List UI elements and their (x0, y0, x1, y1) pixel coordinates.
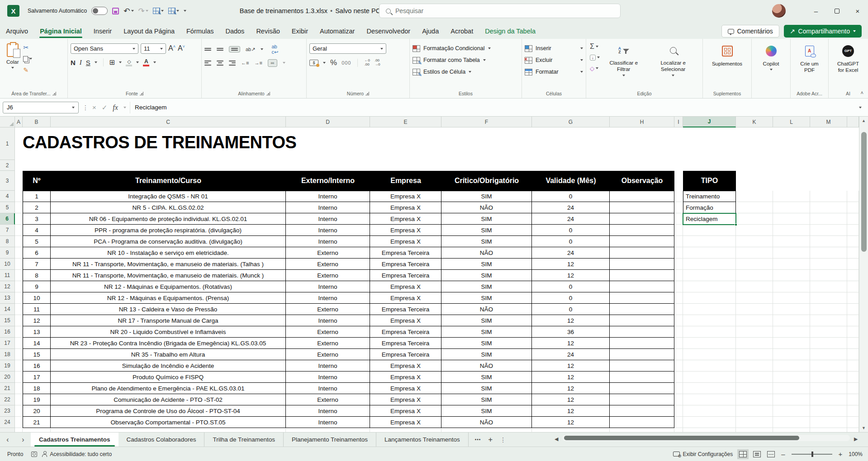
zoom-out-button[interactable]: – (781, 450, 785, 458)
page-layout-view-button[interactable] (753, 451, 761, 457)
cell-D10[interactable]: Externo (286, 259, 370, 270)
cell-H14[interactable] (610, 304, 674, 315)
cell-B14[interactable]: 11 (23, 304, 51, 315)
cell-E20[interactable]: Empresa X (370, 372, 441, 383)
autosave-toggle[interactable] (91, 7, 108, 15)
chatgpt-button[interactable]: GPT ChatGPT for Excel (831, 42, 865, 89)
expand-formula-bar[interactable] (859, 107, 862, 108)
cell-C15[interactable]: NR 17 - Transporte Manual de Carga (51, 315, 286, 326)
cell-H18[interactable] (610, 349, 674, 360)
cell-G12[interactable]: 0 (532, 281, 610, 292)
cell-D22[interactable]: Externo (286, 394, 370, 405)
cell-H10[interactable] (610, 259, 674, 270)
cell-J4[interactable]: Treinamento (683, 191, 736, 202)
cell-F12[interactable]: SIM (441, 281, 532, 292)
cell-D16[interactable]: Externo (286, 326, 370, 338)
cell-H15[interactable] (610, 315, 674, 326)
row-header-partial[interactable] (0, 428, 15, 432)
cell-E18[interactable]: Empresa Terceira (370, 349, 441, 360)
decrease-indent-button[interactable]: ←≡ (241, 60, 249, 66)
cell-G24[interactable]: 12 (532, 417, 610, 428)
copilot-button[interactable]: Copilot (759, 42, 783, 89)
cell-H17[interactable] (610, 338, 674, 349)
cell-E17[interactable]: Empresa Terceira (370, 338, 441, 349)
cell-B11[interactable]: 8 (23, 270, 51, 281)
paste-button[interactable]: Colar (3, 42, 22, 89)
cell-C12[interactable]: NR 12 - Máquinas e Equipamentos. (Rotati… (51, 281, 286, 292)
number-dialog-launcher[interactable] (365, 92, 369, 95)
cell-F21[interactable]: SIM (441, 383, 532, 394)
cell-F10[interactable]: SIM (441, 259, 532, 270)
increase-indent-button[interactable]: →≡ (254, 60, 262, 66)
cell-styles-button[interactable]: Estilos de Célula (413, 66, 519, 78)
underline-button[interactable]: S (86, 59, 90, 66)
cell-F11[interactable]: SIM (441, 270, 532, 281)
col-header-A[interactable]: A (15, 117, 23, 127)
cell-E19[interactable]: Empresa X (370, 360, 441, 372)
search-input[interactable]: Pesquisar (379, 4, 621, 18)
zoom-slider-thumb[interactable] (811, 452, 813, 457)
cell-D24[interactable]: Interno (286, 417, 370, 428)
cell-E9[interactable]: Empresa Terceira (370, 247, 441, 259)
vertical-scrollbar[interactable]: ▲ ▼ (859, 117, 868, 432)
col-header-C[interactable]: C (51, 117, 286, 127)
name-box[interactable]: J6 (3, 102, 79, 113)
close-button[interactable]: × (847, 0, 868, 22)
delete-cells-button[interactable]: Excluir (525, 54, 583, 66)
row-header-13[interactable]: 13 (0, 292, 15, 304)
cell-D15[interactable]: Interno (286, 315, 370, 326)
sheet-nav-next[interactable]: › (15, 433, 31, 447)
cell-E24[interactable]: Empresa X (370, 417, 441, 428)
insert-cells-button[interactable]: Inserir (525, 42, 583, 54)
cell-C23[interactable]: Programa de Controle de Uso do Álcool - … (51, 405, 286, 417)
cell-B18[interactable]: 15 (23, 349, 51, 360)
thousands-button[interactable]: 000 (342, 60, 351, 66)
cell-G22[interactable]: 12 (532, 394, 610, 405)
cell-B24[interactable]: 21 (23, 417, 51, 428)
cell-D9[interactable]: Externo (286, 247, 370, 259)
increase-font-button[interactable]: A˄ (168, 44, 175, 52)
cell-G18[interactable]: 24 (532, 349, 610, 360)
cell-F18[interactable]: SIM (441, 349, 532, 360)
align-top-button[interactable] (204, 48, 211, 51)
cell-H9[interactable] (610, 247, 674, 259)
cell-D20[interactable]: Interno (286, 372, 370, 383)
cell-F22[interactable]: SIM (441, 394, 532, 405)
share-button[interactable]: ↗ Compartilhamento (784, 25, 862, 38)
cell-C14[interactable]: NR 13 - Caldeira e Vaso de Pressão (51, 304, 286, 315)
zoom-slider[interactable] (792, 454, 832, 455)
sort-filter-button[interactable]: AZ Classificar e Filtrar (601, 42, 646, 89)
cell-D13[interactable]: Interno (286, 292, 370, 304)
cell-G16[interactable]: 36 (532, 326, 610, 338)
cell-G8[interactable]: 0 (532, 236, 610, 247)
tab-arquivo[interactable]: Arquivo (0, 24, 34, 39)
cell-E4[interactable]: Empresa X (370, 191, 441, 202)
tab-pagina-inicial[interactable]: Página Inicial (34, 24, 88, 39)
cell-H20[interactable] (610, 372, 674, 383)
align-center-button[interactable] (217, 61, 223, 66)
row-header-23[interactable]: 23 (0, 405, 15, 417)
tab-design-da-tabela[interactable]: Design da Tabela (479, 24, 541, 39)
percent-button[interactable]: % (330, 58, 337, 67)
cell-C16[interactable]: NR 20 - Liquido Combustível e Inflamávei… (51, 326, 286, 338)
cell-B6[interactable]: 3 (23, 213, 51, 225)
col-header-I[interactable]: I (674, 117, 683, 127)
cell-D19[interactable]: Interno (286, 360, 370, 372)
row-header-4[interactable]: 4 (0, 191, 15, 202)
cell-C19[interactable]: Simulação de Incêndio e Acidente (51, 360, 286, 372)
row-header-18[interactable]: 18 (0, 349, 15, 360)
row-header-6[interactable]: 6 (0, 213, 15, 225)
cell-H22[interactable] (610, 394, 674, 405)
conditional-formatting-button[interactable]: Formatação Condicional (413, 42, 519, 54)
increase-decimal-button[interactable]: ←0.00 (364, 59, 370, 67)
font-dialog-launcher[interactable] (140, 92, 143, 95)
cell-C5[interactable]: NR 5 - CIPA. KL.GS.02.02 (51, 202, 286, 213)
maximize-button[interactable] (826, 0, 847, 22)
cell-E15[interactable]: Empresa X (370, 315, 441, 326)
cell-D5[interactable]: Interno (286, 202, 370, 213)
quick-access-overflow[interactable] (184, 10, 186, 12)
cell-C21[interactable]: Plano de Atendimento e Emergência - PAE … (51, 383, 286, 394)
cell-F19[interactable]: NÃO (441, 360, 532, 372)
cell-F7[interactable]: SIM (441, 225, 532, 236)
sheet-tab-options[interactable]: ⋮ (500, 436, 506, 443)
